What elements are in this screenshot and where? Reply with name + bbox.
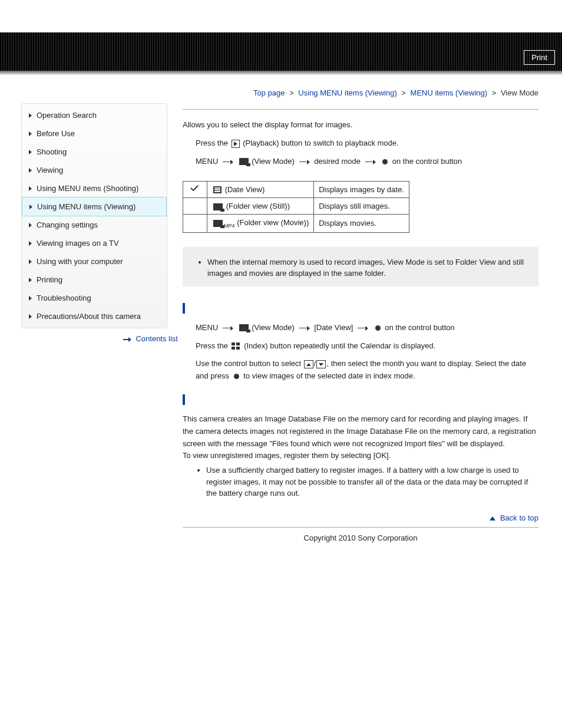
index-icon xyxy=(232,342,241,350)
playback-icon xyxy=(232,140,240,148)
triangle-up-icon xyxy=(490,516,495,521)
sidebar-item-0[interactable]: Operation Search xyxy=(22,106,167,124)
sidebar-item-2[interactable]: Shooting xyxy=(22,143,167,161)
sidebar-item-1[interactable]: Before Use xyxy=(22,124,167,143)
date-view-icon xyxy=(213,186,222,193)
sidebar-item-3[interactable]: Viewing xyxy=(22,161,167,179)
arrow-icon xyxy=(223,160,233,164)
view-mode-icon xyxy=(239,158,249,165)
sidebar-item-label: Shooting xyxy=(37,147,67,156)
calendar-section: MENU (View Mode) [Date View] on the cont… xyxy=(183,303,538,383)
triangle-right-icon xyxy=(29,205,32,209)
triangle-right-icon xyxy=(29,314,32,319)
cal-step-1: MENU (View Mode) [Date View] on the cont… xyxy=(183,322,538,334)
sidebar-item-label: Using MENU items (Viewing) xyxy=(37,202,135,211)
sidebar-item-9[interactable]: Printing xyxy=(22,271,167,289)
folder-still-icon xyxy=(213,203,223,210)
arrow-icon xyxy=(358,326,368,330)
breadcrumb-top[interactable]: Top page xyxy=(253,88,285,97)
sidebar-item-label: Before Use xyxy=(37,129,75,138)
breadcrumb-l2[interactable]: MENU items (Viewing) xyxy=(411,88,488,97)
header-bar: Print xyxy=(0,32,562,71)
triangle-right-icon xyxy=(29,296,32,301)
intro-text: Allows you to select the display format … xyxy=(183,120,538,129)
row-desc: Displays movies. xyxy=(314,215,409,233)
sidebar-item-label: Using MENU items (Shooting) xyxy=(37,184,138,193)
sidebar-item-label: Viewing images on a TV xyxy=(37,239,119,248)
triangle-right-icon xyxy=(29,223,32,228)
table-row: (Folder view (Still)) Displays still ima… xyxy=(183,198,409,215)
back-to-top-link[interactable]: Back to top xyxy=(500,513,538,522)
sidebar-item-label: Viewing xyxy=(37,166,63,174)
sidebar-item-label: Operation Search xyxy=(37,111,97,120)
breadcrumb-sep: > xyxy=(490,88,499,97)
contents-list-link[interactable]: Contents list xyxy=(135,334,178,343)
row-label: (Folder view (Movie)) xyxy=(237,218,309,227)
db-paragraph-1: This camera creates an Image Database Fi… xyxy=(183,413,538,450)
triangle-right-icon xyxy=(29,259,32,264)
arrow-icon xyxy=(223,326,233,330)
sidebar-item-label: Precautions/About this camera xyxy=(37,312,141,321)
step-1: Press the (Playback) button to switch to… xyxy=(196,137,538,150)
arrow-right-icon xyxy=(123,338,131,341)
breadcrumb-sep: > xyxy=(399,88,408,97)
divider xyxy=(183,109,538,110)
mp4-label: MP4 xyxy=(224,223,235,229)
step-2: MENU (View Mode) desired mode on the con… xyxy=(196,156,538,168)
down-icon xyxy=(316,360,326,368)
table-row: (Date View) Displays images by date. xyxy=(183,181,409,198)
back-to-top: Back to top xyxy=(183,513,538,522)
sidebar-item-6[interactable]: Changing settings xyxy=(22,216,167,234)
center-button-icon xyxy=(234,374,239,379)
triangle-right-icon xyxy=(29,241,32,246)
sidebar-item-4[interactable]: Using MENU items (Shooting) xyxy=(22,179,167,197)
triangle-right-icon xyxy=(29,186,32,191)
note-box: When the internal memory is used to reco… xyxy=(183,247,538,286)
sidebar-item-11[interactable]: Precautions/About this camera xyxy=(22,307,167,325)
cal-step-3: Use the control button to select /, then… xyxy=(183,358,538,383)
sidebar-item-label: Using with your computer xyxy=(37,257,123,266)
print-button[interactable]: Print xyxy=(524,50,555,65)
triangle-right-icon xyxy=(29,278,32,282)
center-button-icon xyxy=(382,159,388,164)
sidebar-item-10[interactable]: Troubleshooting xyxy=(22,289,167,307)
up-icon xyxy=(304,360,313,368)
breadcrumb-current: View Mode xyxy=(501,88,538,97)
sidebar-item-8[interactable]: Using with your computer xyxy=(22,252,167,271)
arrow-icon xyxy=(299,326,310,330)
db-bullet: Use a sufficiently charged battery to re… xyxy=(206,465,538,499)
database-section: This camera creates an Image Database Fi… xyxy=(183,394,538,499)
breadcrumb: Top page > Using MENU items (Viewing) > … xyxy=(0,71,562,103)
triangle-right-icon xyxy=(29,131,32,136)
view-mode-table: (Date View) Displays images by date. (Fo… xyxy=(183,181,409,233)
row-label: (Folder view (Still)) xyxy=(226,202,290,210)
cal-step-2: Press the (Index) button repeatedly unti… xyxy=(183,340,538,353)
center-button-icon xyxy=(375,325,381,331)
sidebar-item-label: Changing settings xyxy=(37,220,98,229)
breadcrumb-l1[interactable]: Using MENU items (Viewing) xyxy=(298,88,396,97)
arrow-icon xyxy=(365,160,376,164)
calendar-heading xyxy=(183,303,538,314)
row-desc: Displays images by date. xyxy=(314,181,409,198)
check-icon xyxy=(190,186,200,194)
folder-movie-icon xyxy=(213,220,223,227)
sidebar-item-7[interactable]: Viewing images on a TV xyxy=(22,234,167,252)
breadcrumb-sep: > xyxy=(287,88,296,97)
note-item: When the internal memory is used to reco… xyxy=(207,256,529,279)
row-label: (Date View) xyxy=(225,185,265,194)
sidebar-item-label: Printing xyxy=(37,275,62,284)
database-heading xyxy=(183,394,538,405)
table-row: MP4 (Folder view (Movie)) Displays movie… xyxy=(183,215,409,233)
copyright: Copyright 2010 Sony Corporation xyxy=(183,527,538,542)
sidebar-item-label: Troubleshooting xyxy=(37,294,91,302)
triangle-right-icon xyxy=(29,150,32,154)
triangle-right-icon xyxy=(29,168,32,173)
sidebar-item-5[interactable]: Using MENU items (Viewing) xyxy=(22,197,167,216)
row-desc: Displays still images. xyxy=(314,198,409,215)
main-content: Allows you to select the display format … xyxy=(183,103,538,542)
sidebar: Operation SearchBefore UseShootingViewin… xyxy=(21,103,167,328)
db-paragraph-2: To view unregistered images, register th… xyxy=(183,450,538,462)
triangle-right-icon xyxy=(29,113,32,118)
arrow-icon xyxy=(299,160,310,164)
view-mode-icon xyxy=(239,324,249,331)
